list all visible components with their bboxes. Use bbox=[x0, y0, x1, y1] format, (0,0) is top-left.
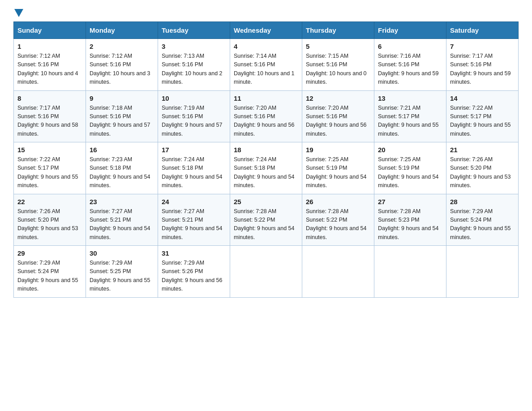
calendar-cell: 12Sunrise: 7:20 AMSunset: 5:16 PMDayligh… bbox=[302, 90, 374, 142]
calendar-header-wednesday: Wednesday bbox=[230, 22, 302, 39]
calendar-cell: 26Sunrise: 7:28 AMSunset: 5:22 PMDayligh… bbox=[302, 194, 374, 246]
day-number: 17 bbox=[162, 146, 226, 154]
calendar-week-row: 8Sunrise: 7:17 AMSunset: 5:16 PMDaylight… bbox=[14, 90, 519, 142]
day-number: 12 bbox=[306, 94, 370, 102]
calendar-cell: 1Sunrise: 7:12 AMSunset: 5:16 PMDaylight… bbox=[14, 39, 86, 91]
calendar-cell: 7Sunrise: 7:17 AMSunset: 5:16 PMDaylight… bbox=[446, 39, 519, 91]
day-info: Sunrise: 7:28 AMSunset: 5:23 PMDaylight:… bbox=[378, 207, 442, 242]
day-number: 31 bbox=[162, 249, 226, 257]
calendar-cell: 11Sunrise: 7:20 AMSunset: 5:16 PMDayligh… bbox=[230, 90, 302, 142]
day-number: 19 bbox=[306, 146, 370, 154]
day-info: Sunrise: 7:20 AMSunset: 5:16 PMDaylight:… bbox=[234, 104, 298, 139]
calendar-cell: 31Sunrise: 7:29 AMSunset: 5:26 PMDayligh… bbox=[158, 246, 230, 298]
day-info: Sunrise: 7:14 AMSunset: 5:16 PMDaylight:… bbox=[234, 52, 298, 87]
calendar-body: 1Sunrise: 7:12 AMSunset: 5:16 PMDaylight… bbox=[14, 39, 519, 298]
day-info: Sunrise: 7:22 AMSunset: 5:17 PMDaylight:… bbox=[17, 155, 82, 190]
day-info: Sunrise: 7:26 AMSunset: 5:20 PMDaylight:… bbox=[17, 207, 82, 242]
calendar-cell: 3Sunrise: 7:13 AMSunset: 5:16 PMDaylight… bbox=[158, 39, 230, 91]
calendar-cell: 14Sunrise: 7:22 AMSunset: 5:17 PMDayligh… bbox=[446, 90, 519, 142]
calendar-header-friday: Friday bbox=[374, 22, 446, 39]
calendar-cell: 29Sunrise: 7:29 AMSunset: 5:24 PMDayligh… bbox=[14, 246, 86, 298]
day-info: Sunrise: 7:25 AMSunset: 5:19 PMDaylight:… bbox=[378, 155, 442, 190]
day-number: 29 bbox=[17, 249, 82, 257]
day-info: Sunrise: 7:17 AMSunset: 5:16 PMDaylight:… bbox=[450, 52, 515, 87]
day-number: 27 bbox=[378, 198, 442, 206]
calendar-cell: 22Sunrise: 7:26 AMSunset: 5:20 PMDayligh… bbox=[14, 194, 86, 246]
calendar-cell: 8Sunrise: 7:17 AMSunset: 5:16 PMDaylight… bbox=[14, 90, 86, 142]
day-info: Sunrise: 7:21 AMSunset: 5:17 PMDaylight:… bbox=[378, 104, 442, 139]
calendar-cell: 13Sunrise: 7:21 AMSunset: 5:17 PMDayligh… bbox=[374, 90, 446, 142]
calendar-cell: 6Sunrise: 7:16 AMSunset: 5:16 PMDaylight… bbox=[374, 39, 446, 91]
calendar-cell: 28Sunrise: 7:29 AMSunset: 5:24 PMDayligh… bbox=[446, 194, 519, 246]
day-number: 11 bbox=[234, 94, 298, 102]
day-number: 22 bbox=[17, 198, 82, 206]
day-number: 8 bbox=[17, 94, 82, 102]
day-number: 13 bbox=[378, 94, 442, 102]
day-info: Sunrise: 7:25 AMSunset: 5:19 PMDaylight:… bbox=[306, 155, 370, 190]
day-info: Sunrise: 7:24 AMSunset: 5:18 PMDaylight:… bbox=[162, 155, 226, 190]
day-number: 20 bbox=[378, 146, 442, 154]
day-info: Sunrise: 7:17 AMSunset: 5:16 PMDaylight:… bbox=[17, 104, 82, 139]
calendar-table: SundayMondayTuesdayWednesdayThursdayFrid… bbox=[13, 21, 519, 298]
day-number: 5 bbox=[306, 43, 370, 50]
calendar-cell: 18Sunrise: 7:24 AMSunset: 5:18 PMDayligh… bbox=[230, 142, 302, 194]
day-number: 28 bbox=[450, 198, 515, 206]
calendar-header-thursday: Thursday bbox=[302, 22, 374, 39]
day-number: 2 bbox=[90, 43, 154, 50]
day-number: 6 bbox=[378, 43, 442, 50]
logo bbox=[13, 9, 24, 17]
logo-triangle-icon bbox=[14, 9, 23, 17]
day-info: Sunrise: 7:19 AMSunset: 5:16 PMDaylight:… bbox=[162, 104, 226, 139]
calendar-header-tuesday: Tuesday bbox=[158, 22, 230, 39]
day-info: Sunrise: 7:24 AMSunset: 5:18 PMDaylight:… bbox=[234, 155, 298, 190]
calendar-cell: 2Sunrise: 7:12 AMSunset: 5:16 PMDaylight… bbox=[86, 39, 158, 91]
day-info: Sunrise: 7:15 AMSunset: 5:16 PMDaylight:… bbox=[306, 52, 370, 87]
calendar-week-row: 29Sunrise: 7:29 AMSunset: 5:24 PMDayligh… bbox=[14, 246, 519, 298]
calendar-cell: 30Sunrise: 7:29 AMSunset: 5:25 PMDayligh… bbox=[86, 246, 158, 298]
day-info: Sunrise: 7:29 AMSunset: 5:25 PMDaylight:… bbox=[90, 259, 154, 294]
calendar-cell: 17Sunrise: 7:24 AMSunset: 5:18 PMDayligh… bbox=[158, 142, 230, 194]
calendar-cell bbox=[230, 246, 302, 298]
calendar-cell: 16Sunrise: 7:23 AMSunset: 5:18 PMDayligh… bbox=[86, 142, 158, 194]
calendar-cell: 21Sunrise: 7:26 AMSunset: 5:20 PMDayligh… bbox=[446, 142, 519, 194]
day-number: 4 bbox=[234, 43, 298, 50]
day-info: Sunrise: 7:22 AMSunset: 5:17 PMDaylight:… bbox=[450, 104, 515, 139]
day-number: 26 bbox=[306, 198, 370, 206]
day-info: Sunrise: 7:12 AMSunset: 5:16 PMDaylight:… bbox=[17, 52, 82, 87]
calendar-cell: 10Sunrise: 7:19 AMSunset: 5:16 PMDayligh… bbox=[158, 90, 230, 142]
day-number: 14 bbox=[450, 94, 515, 102]
calendar-cell: 19Sunrise: 7:25 AMSunset: 5:19 PMDayligh… bbox=[302, 142, 374, 194]
calendar-cell: 5Sunrise: 7:15 AMSunset: 5:16 PMDaylight… bbox=[302, 39, 374, 91]
day-number: 3 bbox=[162, 43, 226, 50]
day-number: 18 bbox=[234, 146, 298, 154]
day-info: Sunrise: 7:23 AMSunset: 5:18 PMDaylight:… bbox=[90, 155, 154, 190]
day-info: Sunrise: 7:13 AMSunset: 5:16 PMDaylight:… bbox=[162, 52, 226, 87]
calendar-cell: 27Sunrise: 7:28 AMSunset: 5:23 PMDayligh… bbox=[374, 194, 446, 246]
calendar-header-row: SundayMondayTuesdayWednesdayThursdayFrid… bbox=[14, 22, 519, 39]
day-info: Sunrise: 7:28 AMSunset: 5:22 PMDaylight:… bbox=[306, 207, 370, 242]
day-number: 10 bbox=[162, 94, 226, 102]
day-info: Sunrise: 7:16 AMSunset: 5:16 PMDaylight:… bbox=[378, 52, 442, 87]
calendar-week-row: 22Sunrise: 7:26 AMSunset: 5:20 PMDayligh… bbox=[14, 194, 519, 246]
calendar-cell: 4Sunrise: 7:14 AMSunset: 5:16 PMDaylight… bbox=[230, 39, 302, 91]
day-info: Sunrise: 7:27 AMSunset: 5:21 PMDaylight:… bbox=[90, 207, 154, 242]
day-number: 21 bbox=[450, 146, 515, 154]
day-number: 9 bbox=[90, 94, 154, 102]
calendar-cell bbox=[446, 246, 519, 298]
calendar-header-monday: Monday bbox=[86, 22, 158, 39]
calendar-cell: 25Sunrise: 7:28 AMSunset: 5:22 PMDayligh… bbox=[230, 194, 302, 246]
day-info: Sunrise: 7:26 AMSunset: 5:20 PMDaylight:… bbox=[450, 155, 515, 190]
day-number: 24 bbox=[162, 198, 226, 206]
day-info: Sunrise: 7:29 AMSunset: 5:24 PMDaylight:… bbox=[450, 207, 515, 242]
day-info: Sunrise: 7:20 AMSunset: 5:16 PMDaylight:… bbox=[306, 104, 370, 139]
calendar-header-saturday: Saturday bbox=[446, 22, 519, 39]
day-info: Sunrise: 7:29 AMSunset: 5:24 PMDaylight:… bbox=[17, 259, 82, 294]
calendar-cell: 20Sunrise: 7:25 AMSunset: 5:19 PMDayligh… bbox=[374, 142, 446, 194]
day-number: 1 bbox=[17, 43, 82, 50]
calendar-cell: 15Sunrise: 7:22 AMSunset: 5:17 PMDayligh… bbox=[14, 142, 86, 194]
day-info: Sunrise: 7:18 AMSunset: 5:16 PMDaylight:… bbox=[90, 104, 154, 139]
calendar-cell: 24Sunrise: 7:27 AMSunset: 5:21 PMDayligh… bbox=[158, 194, 230, 246]
day-number: 30 bbox=[90, 249, 154, 257]
day-number: 15 bbox=[17, 146, 82, 154]
day-number: 23 bbox=[90, 198, 154, 206]
